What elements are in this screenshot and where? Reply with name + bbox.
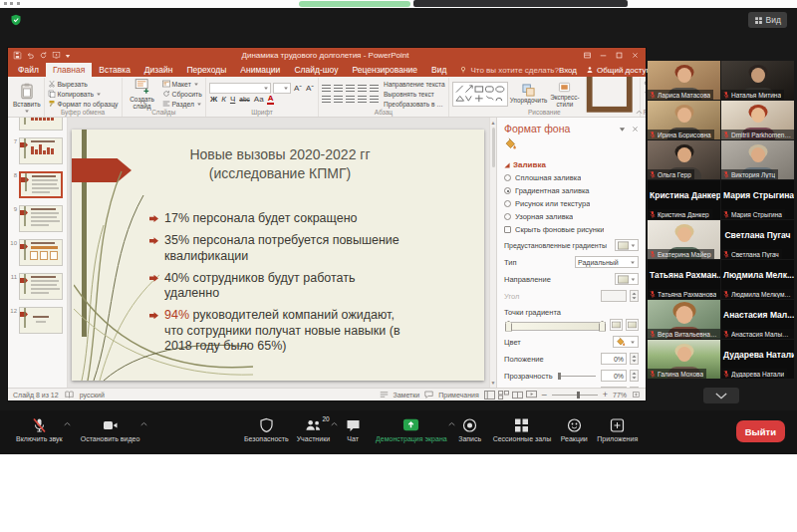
slide-thumbnail[interactable]: 6 <box>10 118 64 131</box>
pane-options-icon[interactable] <box>619 126 626 133</box>
toolbar-mute-button[interactable]: Включить звук <box>16 417 63 442</box>
spellcheck-icon[interactable] <box>65 391 74 399</box>
align-left-icon[interactable] <box>322 96 331 104</box>
scrollbar-thumb[interactable] <box>492 128 495 167</box>
slide-thumbnail[interactable]: 10 <box>10 239 64 266</box>
increase-indent-icon[interactable] <box>358 85 367 93</box>
radio-icon[interactable] <box>504 174 511 181</box>
select-button[interactable]: Выделить <box>644 100 646 109</box>
slide-bullet[interactable]: 35% персонала потребуется повышение квал… <box>149 233 406 264</box>
thumbnail-preview[interactable] <box>19 118 63 131</box>
group-label[interactable]: Рисование <box>452 109 637 117</box>
thumbnail-preview[interactable] <box>19 171 63 198</box>
caret-up-icon[interactable] <box>140 421 147 426</box>
tab-Анимации[interactable]: Анимации <box>233 63 287 77</box>
paste-button[interactable]: Вставить <box>13 83 41 114</box>
caret-up-icon[interactable] <box>64 421 71 426</box>
align-center-icon[interactable] <box>334 96 343 104</box>
participant-tile[interactable]: Татьяна Рахман... Татьяна Рахманова <box>648 260 720 299</box>
line-spacing-icon[interactable] <box>370 85 379 93</box>
add-gradient-stop-button[interactable] <box>610 319 623 331</box>
participant-tile[interactable]: Екатерина Майер <box>648 220 720 259</box>
group-label[interactable]: Буфер обмена <box>48 109 119 117</box>
slide-thumbnail[interactable]: 7 <box>10 137 64 164</box>
change-case-button[interactable]: Аа <box>253 95 265 105</box>
participant-tile[interactable]: Анастасия Мал... Анастасия Малыхина <box>721 300 794 339</box>
zoom-out-button[interactable]: – <box>542 392 547 399</box>
remove-gradient-stop-button[interactable] <box>626 319 639 331</box>
fill-option[interactable]: Сплошная заливка <box>504 173 639 182</box>
thumbnail-preview[interactable] <box>19 273 63 300</box>
participant-tile[interactable]: Светлана Пугач Светлана Пугач <box>721 220 794 259</box>
transparency-input[interactable]: 0% <box>601 370 627 382</box>
fill-option[interactable]: Градиентная заливка <box>504 186 639 195</box>
slide-thumbnail[interactable]: 9 <box>10 205 64 232</box>
thumbnail-preview[interactable] <box>19 239 63 266</box>
format-painter-button[interactable]: Формат по образцу <box>48 100 119 109</box>
participant-tile[interactable]: Вера Витальевна Тру... <box>648 300 720 339</box>
replace-button[interactable]: Заменить <box>644 90 646 99</box>
fill-option[interactable]: Узорная заливка <box>504 212 639 221</box>
justify-icon[interactable] <box>358 96 367 104</box>
reset-button[interactable]: Сбросить <box>162 90 202 99</box>
copy-button[interactable]: Копировать <box>48 90 119 99</box>
more-participants-button[interactable] <box>703 388 739 403</box>
thumbnail-preview[interactable] <box>19 307 63 334</box>
toolbar-stop-video-button[interactable]: Остановить видео <box>81 417 140 442</box>
leave-button[interactable]: Выйти <box>736 420 785 442</box>
section-button[interactable]: Раздел <box>162 100 202 109</box>
slide-bullet[interactable]: 17% персонала будет сокращено <box>149 211 406 226</box>
collapse-ribbon-icon[interactable] <box>636 110 643 115</box>
shapes-gallery[interactable] <box>452 82 508 107</box>
save-icon[interactable] <box>13 51 22 60</box>
pane-close-icon[interactable] <box>632 126 639 133</box>
spinner-icon[interactable] <box>630 353 639 365</box>
cut-button[interactable]: Вырезать <box>48 80 119 89</box>
slide-title[interactable]: Новые вызовы 2020-2022 гг (исследование … <box>132 145 428 183</box>
preset-gradients-dropdown[interactable] <box>615 239 639 251</box>
zoom-in-button[interactable]: + <box>603 392 608 399</box>
participant-tile[interactable]: Ольга Герр <box>648 140 720 179</box>
fill-option[interactable]: Рисунок или текстура <box>504 199 639 208</box>
participant-tile[interactable]: Ирина Борисовна <box>648 101 720 139</box>
participant-tile[interactable]: Дударева Натали Дударева Натали <box>721 340 794 379</box>
sign-in-link[interactable]: Вход <box>559 66 577 75</box>
view-button[interactable]: Вид <box>748 12 787 28</box>
find-button[interactable]: Найти <box>644 80 646 89</box>
fill-option[interactable]: Скрыть фоновые рисунки <box>504 225 639 234</box>
align-text-button[interactable]: Выровнять текст <box>384 90 445 99</box>
gradient-stops-slider[interactable] <box>505 322 606 331</box>
scroll-up-icon[interactable]: ▲ <box>491 120 496 126</box>
scroll-down-icon[interactable]: ▼ <box>491 380 496 386</box>
zoom-slider[interactable] <box>552 395 598 396</box>
normal-view-icon[interactable] <box>484 391 495 399</box>
group-label[interactable]: Редактирование <box>644 109 646 117</box>
strikethrough-button[interactable]: abc <box>238 95 250 105</box>
participant-tile[interactable]: Dmitrii Parkhomenko <box>721 101 794 139</box>
radio-icon[interactable] <box>504 200 511 207</box>
slide-thumbnail-selected[interactable]: 8 <box>10 171 64 198</box>
editor-scrollbar[interactable]: ▲ ▼ <box>489 118 496 388</box>
tab-Главная[interactable]: Главная <box>46 63 92 77</box>
italic-button[interactable]: К <box>220 95 227 105</box>
tab-Рецензирование[interactable]: Рецензирование <box>345 63 424 77</box>
thumbnail-preview[interactable] <box>19 137 63 164</box>
participant-tile[interactable]: Лариса Матасова <box>648 61 720 100</box>
toolbar-rooms-button[interactable]: Сессионные залы <box>493 417 552 442</box>
radio-icon[interactable] <box>504 213 511 220</box>
direction-dropdown[interactable] <box>615 273 639 285</box>
slide-bullet-list[interactable]: 17% персонала будет сокращено 35% персон… <box>149 211 406 361</box>
fit-to-window-icon[interactable] <box>632 391 641 399</box>
decrease-indent-icon[interactable] <box>346 85 355 93</box>
radio-icon[interactable] <box>504 187 511 194</box>
participant-tile[interactable]: Наталья Митина <box>721 61 794 100</box>
checkbox-icon[interactable] <box>504 226 511 233</box>
ribbon-options-icon[interactable] <box>580 50 595 61</box>
toolbar-participants-button[interactable]: 20 Участники <box>297 417 330 442</box>
slide-canvas[interactable]: Новые вызовы 2020-2022 гг (исследование … <box>72 130 484 381</box>
toolbar-apps-button[interactable]: Приложения <box>597 417 638 442</box>
tab-Дизайн[interactable]: Дизайн <box>137 63 180 77</box>
smartart-button[interactable]: Преобразовать в SmartArt <box>384 100 445 109</box>
thumbnail-preview[interactable] <box>19 205 63 232</box>
fill-category-icon[interactable] <box>504 137 517 150</box>
